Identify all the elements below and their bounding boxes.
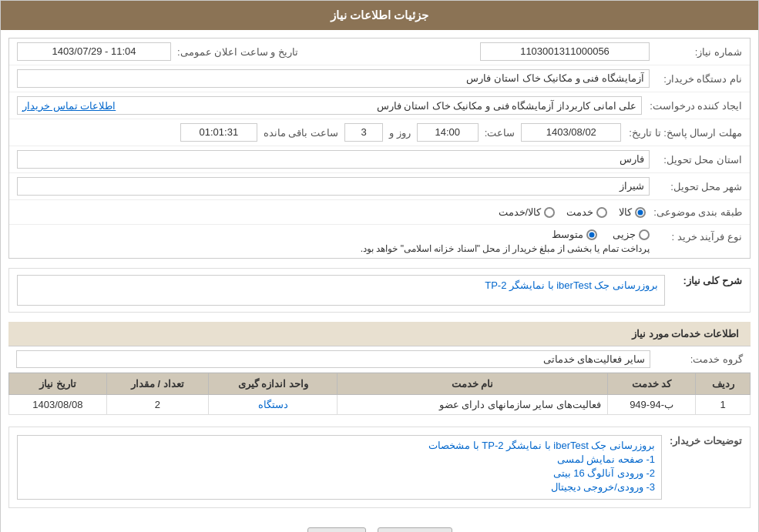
page-header: جزئیات اطلاعات نیاز — [1, 1, 758, 30]
category-label: طبقه بندی موضوعی: — [646, 206, 742, 218]
creator-row: ایجاد کننده درخواست: علی امانی کاربرداز … — [9, 92, 750, 119]
city-row: شهر محل تحویل: شیراز — [9, 173, 750, 200]
purchase-type-row: نوع فرآیند خرید : جزیی متوسط پرداخت تمام… — [9, 225, 750, 258]
purchase-label-medium: متوسط — [552, 229, 583, 240]
deadline-label: مهلت ارسال پاسخ: تا تاریخ: — [621, 127, 742, 139]
need-description-section: شرح کلی نیاز: بروزرسانی جک iberTest با ن… — [8, 268, 751, 313]
creator-value: علی امانی کاربرداز آزمایشگاه فنی و مکانی… — [377, 100, 637, 112]
table-row: 1 ب-94-949 فعالیت‌های سایر سازمانهای دار… — [9, 395, 751, 415]
buttons-row: بازگشت چاپ — [8, 520, 751, 532]
col-index: ردیف — [696, 373, 751, 395]
buyer-org-label: نام دستگاه خریدار: — [650, 73, 742, 85]
category-options: کالا خدمت کالا/خدمت — [499, 206, 646, 218]
note-line-1: بروزرسانی جک iberTest با نمایشگر TP-2 با… — [24, 440, 655, 451]
page-title: جزئیات اطلاعات نیاز — [331, 8, 428, 22]
category-row: طبقه بندی موضوعی: کالا خدمت کالا/خدمت — [9, 200, 750, 225]
deadline-row: مهلت ارسال پاسخ: تا تاریخ: 1403/08/02 سا… — [9, 119, 750, 146]
notes-label: توضیحات خریدار: — [662, 435, 742, 447]
deadline-remaining-label: ساعت باقی مانده — [257, 127, 344, 139]
group-label: گروه خدمت: — [650, 353, 743, 365]
group-value: سایر فعالیت‌های خدماتی — [16, 350, 650, 368]
creator-value-box: علی امانی کاربرداز آزمایشگاه فنی و مکانی… — [17, 96, 642, 115]
services-section: اطلاعات خدمات مورد نیاز گروه خدمت: سایر … — [8, 322, 751, 415]
deadline-days-label: روز و — [383, 127, 417, 139]
deadline-time-label: ساعت: — [479, 127, 522, 139]
col-date: تاریخ نیاز — [9, 373, 107, 395]
purchase-options: جزیی متوسط پرداخت تمام یا بخشی از مبلغ خ… — [17, 229, 650, 254]
purchase-label-partial: جزیی — [613, 229, 636, 240]
purchase-option-medium: متوسط — [552, 229, 597, 240]
need-description-label: شرح کلی نیاز: — [665, 275, 742, 286]
announcement-date-value: 1403/07/29 - 11:04 — [17, 42, 171, 61]
request-number-label: شماره نیاز: — [650, 46, 742, 58]
main-content: شماره نیاز: 1103001311000056 تاریخ و ساع… — [1, 30, 758, 532]
contact-link[interactable]: اطلاعات تماس خریدار — [22, 100, 116, 112]
category-radio-service — [596, 207, 607, 218]
cell-code: ب-94-949 — [608, 395, 696, 415]
buyer-org-row: نام دستگاه خریدار: آزمایشگاه فنی و مکانی… — [9, 65, 750, 92]
services-table: ردیف کد خدمت نام خدمت واحد اندازه گیری ت… — [8, 373, 751, 415]
city-value: شیراز — [17, 177, 650, 196]
print-button[interactable]: چاپ — [307, 527, 366, 532]
category-label-kala: کالا — [619, 206, 632, 218]
province-label: استان محل تحویل: — [650, 154, 742, 166]
note-line-3: 2- ورودی آنالوگ 16 بیتی — [24, 467, 655, 479]
request-number-row: شماره نیاز: 1103001311000056 تاریخ و ساع… — [9, 38, 750, 65]
announcement-date-label: تاریخ و ساعت اعلان عمومی: — [171, 46, 298, 58]
category-option-kala: کالا — [619, 206, 646, 218]
col-name: نام خدمت — [338, 373, 608, 395]
services-header: اطلاعات خدمات مورد نیاز — [8, 322, 751, 346]
purchase-radio-medium — [586, 229, 597, 240]
purchase-type-label: نوع فرآیند خرید : — [650, 229, 742, 243]
page-container: جزئیات اطلاعات نیاز شماره نیاز: 11030013… — [0, 0, 759, 532]
info-block: شماره نیاز: 1103001311000056 تاریخ و ساع… — [8, 38, 751, 259]
category-label-both: کالا/خدمت — [499, 206, 542, 218]
back-button[interactable]: بازگشت — [378, 527, 452, 532]
province-value: فارس — [17, 150, 650, 169]
category-option-both: کالا/خدمت — [499, 206, 556, 218]
city-label: شهر محل تحویل: — [650, 181, 742, 192]
col-unit: واحد اندازه گیری — [209, 373, 338, 395]
need-description-value: بروزرسانی جک iberTest با نمایشگر TP-2 — [17, 275, 665, 306]
cell-qty: 2 — [106, 395, 208, 415]
note-line-2: 1- صفحه نمایش لمسی — [24, 453, 655, 465]
cell-unit: دستگاه — [209, 395, 338, 415]
request-number-value: 1103001311000056 — [480, 42, 650, 61]
note-line-4: 3- ورودی/خروجی دیجیتال — [24, 481, 655, 493]
deadline-days: 3 — [344, 123, 383, 142]
creator-label: ایجاد کننده درخواست: — [642, 100, 742, 112]
category-option-service: خدمت — [566, 206, 607, 218]
purchase-radio-partial — [639, 229, 650, 240]
cell-date: 1403/08/08 — [9, 395, 107, 415]
purchase-note: پرداخت تمام یا بخشی از مبلغ خریدار از مح… — [17, 243, 650, 254]
purchase-radios: جزیی متوسط — [17, 229, 650, 240]
notes-content: بروزرسانی جک iberTest با نمایشگر TP-2 با… — [17, 435, 662, 500]
buyer-org-value: آزمایشگاه فنی و مکانیک خاک استان فارس — [17, 69, 650, 88]
deadline-remaining: 01:01:31 — [180, 123, 257, 142]
category-label-service: خدمت — [566, 206, 593, 218]
province-row: استان محل تحویل: فارس — [9, 146, 750, 173]
deadline-date: 1403/08/02 — [521, 123, 621, 142]
cell-index: 1 — [696, 395, 751, 415]
col-qty: تعداد / مقدار — [106, 373, 208, 395]
category-radio-kala — [635, 207, 646, 218]
cell-name: فعالیت‌های سایر سازمانهای دارای عضو — [338, 395, 608, 415]
group-service-row: گروه خدمت: سایر فعالیت‌های خدماتی — [8, 346, 751, 373]
notes-section: توضیحات خریدار: بروزرسانی جک iberTest با… — [8, 427, 751, 508]
deadline-time: 14:00 — [417, 123, 479, 142]
category-radio-both — [544, 207, 555, 218]
purchase-option-partial: جزیی — [613, 229, 650, 240]
col-code: کد خدمت — [608, 373, 696, 395]
